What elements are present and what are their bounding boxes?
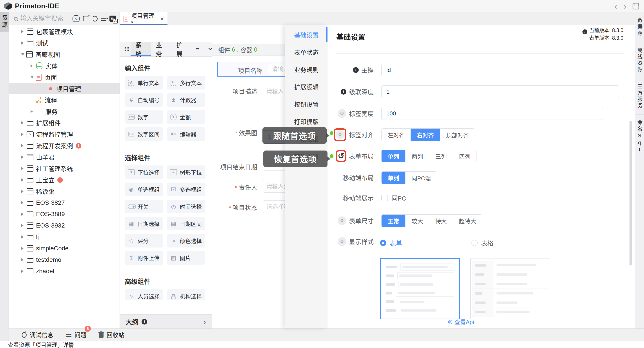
- tree-item[interactable]: 项目管理: [9, 83, 120, 94]
- palette-component[interactable]: 图片: [167, 251, 205, 265]
- nav-back-icon[interactable]: ‹: [614, 2, 617, 10]
- right-rail-tab[interactable]: 三方服务: [635, 78, 644, 115]
- segment-option[interactable]: 正常: [382, 215, 405, 227]
- palette-component[interactable]: 数字区间: [125, 127, 163, 141]
- chevron-right-icon[interactable]: ›: [204, 317, 206, 326]
- expand-arrow-icon[interactable]: [21, 270, 25, 273]
- tree-item[interactable]: 页面: [9, 72, 120, 83]
- tree-item[interactable]: zhaoel: [9, 266, 120, 277]
- palette-component[interactable]: 多选框组: [167, 182, 205, 196]
- expand-arrow-icon[interactable]: [21, 178, 25, 181]
- palette-component[interactable]: 日期区间: [167, 217, 205, 230]
- expand-arrow-icon[interactable]: [21, 41, 25, 44]
- segment-option[interactable]: 顶部对齐: [440, 129, 475, 141]
- tree-item[interactable]: testdemo: [9, 254, 120, 266]
- tree-item[interactable]: EOS-3889: [9, 208, 120, 220]
- palette-sort-icon[interactable]: [196, 48, 200, 49]
- expand-arrow-icon[interactable]: [21, 30, 25, 33]
- expand-arrow-icon[interactable]: [30, 76, 34, 80]
- problems-button[interactable]: 问题 6: [66, 331, 86, 339]
- view-api-link[interactable]: ◎ 查看Api: [448, 318, 474, 326]
- tree-item[interactable]: 测试: [9, 37, 120, 49]
- tree-item[interactable]: 流程监控管理: [9, 129, 120, 140]
- segment-option[interactable]: 左对齐: [382, 129, 410, 141]
- segment-option[interactable]: 较大: [405, 215, 429, 227]
- expand-arrow-icon[interactable]: [21, 247, 25, 250]
- segment-option[interactable]: 特大: [429, 215, 453, 227]
- segment-option[interactable]: 右对齐: [410, 129, 440, 141]
- sort-list-icon[interactable]: [101, 17, 106, 17]
- palette-tab[interactable]: 扩展: [172, 42, 192, 56]
- cascade-depth-input[interactable]: [381, 85, 619, 98]
- settings-menu-item[interactable]: 按钮设置: [285, 95, 328, 113]
- expand-arrow-icon[interactable]: [21, 133, 25, 136]
- outline-footer[interactable]: 大纲 i ›: [120, 315, 212, 329]
- palette-component[interactable]: 人员选择: [125, 289, 163, 300]
- expand-arrow-icon[interactable]: [21, 167, 25, 170]
- tree-item[interactable]: 流程开发案例 !: [9, 140, 120, 151]
- settings-menu-item[interactable]: 基础设置: [285, 26, 328, 43]
- same-as-pc-checkbox[interactable]: [381, 195, 388, 201]
- segment-option[interactable]: 四列: [453, 150, 476, 162]
- tree-item[interactable]: 包裹管理模块: [9, 26, 120, 37]
- tree-item[interactable]: 服务: [9, 106, 120, 117]
- tree-item[interactable]: simpleCode: [9, 243, 120, 254]
- label-width-input[interactable]: [381, 107, 603, 120]
- tree-item[interactable]: 流程: [9, 94, 120, 106]
- new-package-icon[interactable]: [83, 16, 88, 21]
- palette-tab[interactable]: 系统: [130, 42, 151, 56]
- expand-arrow-icon[interactable]: [21, 201, 25, 204]
- rail-tab-resources[interactable]: 资源: [0, 12, 9, 32]
- table-style-preview[interactable]: [470, 258, 550, 319]
- primary-key-input[interactable]: [381, 64, 619, 76]
- palette-component[interactable]: 时间选择: [167, 200, 205, 213]
- tree-item[interactable]: 画廊视图: [9, 49, 120, 60]
- ai-assistant-icon[interactable]: AI: [72, 15, 80, 22]
- tree-item[interactable]: 稀饭粥: [9, 186, 120, 197]
- right-rail-tab[interactable]: 命名Sql: [635, 115, 644, 159]
- tree-item[interactable]: EOS-3932: [9, 220, 120, 231]
- palette-component[interactable]: 多行文本: [167, 76, 205, 90]
- palette-component[interactable]: 开关: [125, 200, 163, 213]
- settings-menu-item[interactable]: 业务规则: [285, 61, 328, 78]
- expand-arrow-icon[interactable]: [21, 224, 25, 227]
- palette-component[interactable]: 机构选择: [167, 289, 205, 300]
- tree-item[interactable]: 山羊君: [9, 151, 120, 163]
- refresh-icon[interactable]: [92, 16, 98, 21]
- expand-arrow-icon[interactable]: [21, 144, 25, 147]
- gear-icon[interactable]: ⚙: [338, 216, 346, 225]
- palette-component[interactable]: 下拉选择: [125, 166, 163, 179]
- expand-arrow-icon[interactable]: [21, 121, 25, 124]
- save-icon[interactable]: [632, 3, 639, 9]
- palette-component[interactable]: 自动编号: [125, 93, 163, 107]
- palette-component[interactable]: 编辑器: [167, 127, 205, 141]
- expand-arrow-icon[interactable]: [30, 64, 34, 67]
- radio-table-style[interactable]: 表格: [472, 238, 494, 247]
- expand-arrow-icon[interactable]: [30, 110, 34, 113]
- palette-component[interactable]: 日期选择: [125, 217, 163, 230]
- gear-icon[interactable]: ⚙: [336, 130, 344, 139]
- palette-component[interactable]: 颜色选择: [167, 234, 205, 247]
- settings-menu-item[interactable]: 表单状态: [285, 43, 328, 61]
- reset-icon[interactable]: ↺: [338, 152, 344, 160]
- tree-item[interactable]: EOS-3827: [9, 197, 120, 208]
- segment-option[interactable]: 两列: [405, 150, 429, 162]
- segment-option[interactable]: 同PC端: [405, 172, 437, 184]
- palette-component[interactable]: 评分: [125, 234, 163, 247]
- palette-component[interactable]: 计数器: [167, 93, 205, 107]
- expand-arrow-icon[interactable]: [21, 235, 25, 238]
- right-rail-tab[interactable]: 数据源: [635, 12, 644, 42]
- tab-close-icon[interactable]: ×: [160, 15, 164, 23]
- tree-item[interactable]: 扩展组件: [9, 117, 120, 129]
- tree-item[interactable]: lj: [9, 231, 120, 243]
- translate-icon[interactable]: En: [110, 15, 116, 22]
- palette-component[interactable]: 金额: [167, 110, 205, 124]
- nav-forward-icon[interactable]: ›: [624, 2, 626, 10]
- expand-arrow-icon[interactable]: [21, 190, 25, 193]
- palette-component[interactable]: 树形下拉: [167, 166, 205, 179]
- scrollbar-thumb[interactable]: [630, 121, 632, 266]
- segment-option[interactable]: 三列: [429, 150, 453, 162]
- palette-component[interactable]: 数字: [125, 110, 163, 124]
- gear-icon[interactable]: ⚙: [338, 109, 346, 118]
- palette-component[interactable]: 单行文本: [125, 76, 163, 90]
